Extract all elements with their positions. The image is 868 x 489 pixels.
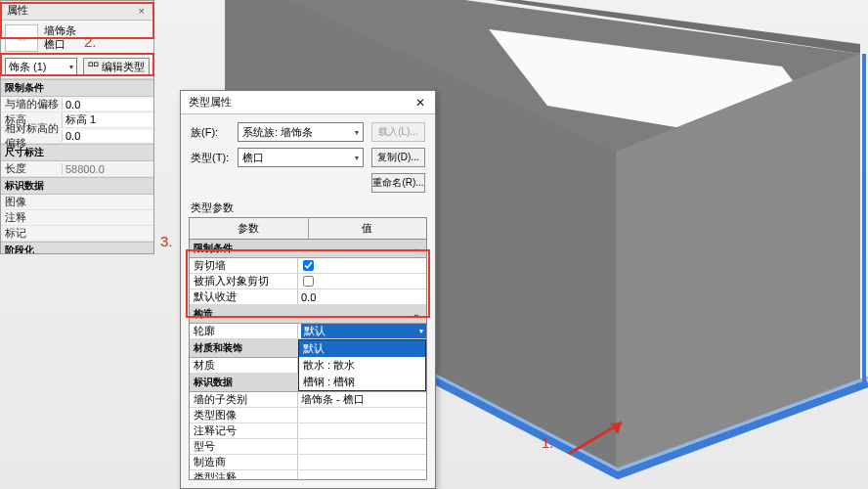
type-param-value-cell [297,455,426,469]
chevron-down-icon: ▾ [69,63,73,71]
type-row[interactable]: 墙的子类别墙饰条 - 檐口 [190,392,426,408]
properties-row[interactable]: 标记 [1,226,153,242]
properties-row[interactable]: 注释 [1,210,153,226]
type-param-name: 墙的子类别 [190,392,297,407]
instance-combo[interactable]: 饰条 (1) ▾ [5,58,77,75]
duplicate-button[interactable]: 复制(D)... [371,148,425,167]
rename-button[interactable]: 重命名(R)... [371,173,425,193]
type-param-name: 制造商 [190,455,297,469]
dialog-title-bar[interactable]: 类型属性 ✕ [181,91,435,114]
properties-group-header[interactable]: 限制条件 [1,79,153,97]
load-button: 载入(L)... [371,122,425,142]
checkbox[interactable] [303,276,314,287]
dropdown-option[interactable]: 槽钢 : 槽钢 [299,374,425,390]
type-param-value-cell: 墙饰条 - 檐口 [297,392,426,407]
edit-type-icon [88,62,99,72]
dialog-title: 类型属性 [189,95,232,110]
type-label: 类型(T): [191,151,230,165]
type-params-grid[interactable]: 限制条件⌄剪切墙被插入对象剪切默认收进0.0构造⌄轮廓默认▾默认散水 : 散水槽… [189,240,427,480]
property-value[interactable]: 标高 1 [62,112,153,127]
col-param: 参数 [190,218,309,239]
type-value[interactable]: 0.0 [301,291,316,303]
property-value[interactable]: 0.0 [62,130,153,142]
type-param-name: 注释记号 [190,423,297,438]
type-row[interactable]: 注释记号 [190,423,426,439]
type-selector[interactable]: ▭ 墙饰条 檐口 [1,21,153,55]
type-params-label: 类型参数 [181,197,435,217]
annotation-2: 2. [84,33,97,50]
properties-row[interactable]: 长度58800.0 [1,161,153,177]
instance-combo-value: 饰条 (1) [9,60,47,74]
chevron-down-icon: ▾ [355,128,359,137]
edit-type-label: 编辑类型 [102,60,145,74]
type-param-name: 材质 [190,358,297,373]
type-param-name: 被插入对象剪切 [190,274,297,289]
type-param-value-cell: 默认▾默认散水 : 散水槽钢 : 槽钢 [297,324,426,338]
type-row[interactable]: 剪切墙 [190,258,426,274]
properties-group-header[interactable]: 标识数据 [1,177,153,195]
type-value[interactable]: 墙饰条 - 檐口 [301,392,365,407]
dropdown-option[interactable]: 默认 [299,340,425,357]
type-param-name: 类型图像 [190,408,297,422]
type-name: 檐口 [44,38,76,52]
properties-group-header[interactable]: 尺寸标注 [1,144,153,161]
property-value[interactable]: 0.0 [62,99,153,111]
family-label: 族(F): [191,125,230,140]
profile-value: 默认 [304,324,326,338]
collapse-icon: ⌄ [412,309,422,319]
properties-panel: 属性 × ▭ 墙饰条 檐口 饰条 (1) ▾ 编辑类型 限制条件与墙的偏移0.0… [0,0,154,254]
type-param-value-cell: 0.0 [297,289,426,304]
type-param-name: 型号 [190,439,297,454]
edit-type-button[interactable]: 编辑类型 [83,58,150,75]
family-combo[interactable]: 系统族: 墙饰条 ▾ [238,122,364,142]
dropdown-option[interactable]: 散水 : 散水 [299,357,425,374]
instance-selector-row: 饰条 (1) ▾ 编辑类型 [1,55,153,79]
property-value: 58800.0 [62,163,153,175]
properties-panel-title-bar[interactable]: 属性 × [1,1,153,21]
type-param-value-cell [297,258,426,273]
property-name: 注释 [1,210,62,225]
chevron-down-icon: ▾ [419,327,423,335]
type-family: 墙饰条 [44,24,76,38]
profile-dropdown[interactable]: 默认▾ [301,324,426,338]
type-params-header: 参数 值 [189,217,427,240]
type-param-value-cell [297,274,426,289]
family-value: 系统族: 墙饰条 [242,125,313,140]
property-name: 图像 [1,195,62,209]
close-icon[interactable]: ✕ [413,96,427,110]
type-param-value-cell [297,470,426,480]
type-value: 檐口 [242,151,264,165]
properties-row[interactable]: 图像 [1,195,153,210]
property-name: 标记 [1,226,62,241]
properties-title: 属性 [7,3,28,18]
properties-row[interactable]: 与墙的偏移0.0 [1,97,153,112]
collapse-icon: ⌄ [412,244,422,253]
type-group-header[interactable]: 构造⌄ [190,305,426,324]
type-thumbnail: ▭ [5,24,38,52]
type-row[interactable]: 型号 [190,439,426,455]
properties-grid[interactable]: 限制条件与墙的偏移0.0标高标高 1相对标高的偏移0.0尺寸标注长度58800.… [1,79,153,253]
close-icon[interactable]: × [136,5,148,17]
type-row[interactable]: 轮廓默认▾默认散水 : 散水槽钢 : 槽钢 [190,324,426,339]
annotation-3: 3. [160,233,173,249]
svg-rect-7 [94,62,98,66]
type-combo[interactable]: 檐口 ▾ [238,148,364,167]
type-param-name: 轮廓 [190,324,297,338]
type-row[interactable]: 默认收进0.0 [190,289,426,305]
checkbox[interactable] [303,260,314,271]
type-param-value-cell [297,423,426,438]
type-param-value-cell [297,439,426,454]
type-param-value-cell [297,408,426,422]
properties-row[interactable]: 相对标高的偏移0.0 [1,128,153,144]
type-row[interactable]: 类型图像 [190,408,426,423]
col-value: 值 [309,218,427,239]
profile-dropdown-popup[interactable]: 默认散水 : 散水槽钢 : 槽钢 [298,339,426,391]
type-group-header[interactable]: 限制条件⌄ [190,240,426,258]
type-row[interactable]: 被插入对象剪切 [190,274,426,289]
svg-rect-6 [89,62,93,66]
type-row[interactable]: 类型注释 [190,470,426,480]
annotation-1: 1. [542,434,554,451]
type-row[interactable]: 制造商 [190,455,426,470]
properties-group-header[interactable]: 阶段化 [1,242,153,253]
type-param-name: 剪切墙 [190,258,297,273]
